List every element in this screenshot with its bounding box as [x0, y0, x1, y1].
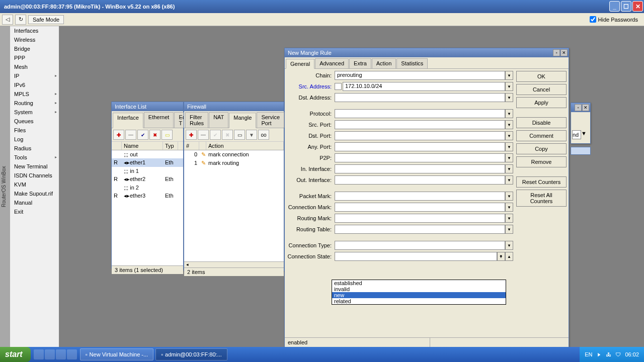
menu-item-ipv6[interactable]: IPv6: [10, 80, 59, 89]
tab-general[interactable]: General: [286, 59, 314, 69]
input-route_mark[interactable]: [335, 214, 505, 223]
fw-col-num[interactable]: #: [184, 142, 199, 150]
reset-all-counters-button[interactable]: Reset All Counters: [516, 190, 567, 207]
dialog-restore-icon[interactable]: ▫: [553, 49, 560, 56]
tray-vol-icon[interactable]: 🕨: [596, 351, 602, 357]
tab-nat[interactable]: NAT: [209, 112, 228, 128]
table-row[interactable]: ;;; in 2: [112, 184, 183, 192]
ql-ie-icon[interactable]: [45, 349, 55, 359]
close-button[interactable]: ✕: [632, 1, 643, 12]
col-type[interactable]: Typ: [163, 142, 178, 150]
tray-lang[interactable]: EN: [585, 351, 592, 357]
menu-item-tools[interactable]: Tools▸: [10, 153, 59, 162]
menu-item-interfaces[interactable]: Interfaces: [10, 26, 59, 35]
menu-item-radius[interactable]: Radius: [10, 144, 59, 153]
input-route_tbl[interactable]: [335, 225, 505, 234]
fw-add-button[interactable]: ✚: [186, 130, 197, 140]
menu-item-exit[interactable]: Exit: [10, 207, 59, 216]
back-button[interactable]: ◁: [2, 15, 13, 25]
task-vm[interactable]: ▫New Virtual Machine -...: [80, 348, 153, 360]
dropdown-dst_port[interactable]: ▼: [505, 131, 513, 140]
bg-restore-icon[interactable]: ▫: [575, 104, 582, 111]
dropdown-route_tbl[interactable]: ▼: [505, 225, 513, 234]
disable-button[interactable]: ✖: [149, 130, 160, 140]
src-addr-invert-checkbox[interactable]: [335, 83, 342, 90]
input-any_port[interactable]: [335, 142, 505, 151]
firewall-title[interactable]: Firewall: [184, 102, 284, 111]
dropdown-out_if[interactable]: ▼: [505, 175, 513, 185]
input-p2p[interactable]: [335, 153, 505, 162]
menu-item-kvm[interactable]: KVM: [10, 180, 59, 189]
dropdown-conn_state[interactable]: ▲: [505, 252, 513, 261]
hide-passwords-toggle[interactable]: Hide Passwords: [590, 16, 642, 23]
enable-button[interactable]: ✔: [137, 130, 148, 140]
option-new[interactable]: new: [332, 292, 506, 298]
menu-item-queues[interactable]: Queues: [10, 117, 59, 126]
apply-button[interactable]: Apply: [516, 97, 567, 108]
dropdown-p2p[interactable]: ▼: [505, 153, 513, 162]
safe-mode-button[interactable]: Safe Mode: [28, 15, 64, 24]
col-flag[interactable]: [112, 142, 122, 150]
dropdown-src_port[interactable]: ▼: [505, 120, 513, 129]
bg-close-icon[interactable]: ✕: [582, 104, 589, 111]
menu-item-mpls[interactable]: MPLS▸: [10, 89, 59, 99]
remove-button[interactable]: —: [125, 130, 136, 140]
table-row[interactable]: R◂▸ether1Eth: [112, 158, 183, 167]
tab-statistics[interactable]: Statistics: [396, 58, 428, 68]
tab-interface[interactable]: Interface: [113, 113, 143, 128]
dropdown-src_addr[interactable]: ▼: [505, 82, 513, 91]
menu-item-routing[interactable]: Routing▸: [10, 99, 59, 108]
tray-shield-icon[interactable]: 🛡: [615, 351, 621, 357]
dropdown-any_port[interactable]: ▼: [505, 142, 513, 151]
fw-remove-button[interactable]: —: [198, 130, 209, 140]
menu-item-isdn-channels[interactable]: ISDN Channels: [10, 171, 59, 180]
ql-desktop-icon[interactable]: [34, 349, 44, 359]
input-out_if[interactable]: [335, 175, 505, 185]
table-row[interactable]: R◂▸ether2Eth: [112, 175, 183, 184]
fw-enable-button[interactable]: ✔: [210, 130, 221, 140]
tab-filter-rules[interactable]: Filter Rules: [185, 112, 208, 128]
find-dd-fragment[interactable]: ▼: [581, 130, 587, 139]
menu-item-log[interactable]: Log: [10, 135, 59, 144]
menu-item-bridge[interactable]: Bridge: [10, 44, 59, 53]
ql-explorer-icon[interactable]: [67, 349, 77, 359]
option-established[interactable]: established: [332, 280, 506, 286]
tab-ethernet[interactable]: Ethernet: [144, 112, 174, 128]
dropdown-dst_addr[interactable]: ▼: [505, 93, 513, 102]
reset-counters-button[interactable]: Reset Counters: [516, 176, 567, 188]
menu-item-manual[interactable]: Manual: [10, 198, 59, 207]
fw-filter-button[interactable]: ▼: [246, 130, 257, 140]
maximize-button[interactable]: ☐: [621, 1, 631, 12]
table-row[interactable]: 1✎mark routing: [184, 159, 284, 167]
input-dst_port[interactable]: [335, 131, 505, 140]
input-src_port[interactable]: [335, 120, 505, 129]
input-protocol[interactable]: [335, 109, 505, 118]
input-in_if[interactable]: [335, 164, 505, 173]
dropdown-in_if[interactable]: ▼: [505, 164, 513, 173]
menu-item-system[interactable]: System▸: [10, 108, 59, 117]
dropdown-pkt_mark[interactable]: ▼: [505, 192, 513, 201]
cancel-button[interactable]: Cancel: [516, 84, 567, 95]
menu-item-new-terminal[interactable]: New Terminal: [10, 162, 59, 171]
dropdown-route_mark[interactable]: ▼: [505, 214, 513, 223]
ok-button[interactable]: OK: [516, 71, 567, 82]
tab-service-port[interactable]: Service Port: [257, 112, 284, 128]
comment-button[interactable]: Comment: [516, 130, 567, 141]
table-row[interactable]: ;;; out: [112, 150, 183, 158]
menu-item-files[interactable]: Files: [10, 126, 59, 135]
fw-counter-button[interactable]: oo: [258, 130, 269, 140]
input-conn_mark[interactable]: [335, 203, 505, 212]
dropdown-conn_type[interactable]: ▼: [505, 241, 513, 250]
menu-item-make-supout-rif[interactable]: Make Supout.rif: [10, 189, 59, 198]
start-button[interactable]: start: [0, 347, 31, 362]
connection-state-dropdown[interactable]: establishedinvalidnewrelated: [332, 280, 506, 305]
col-name[interactable]: Name: [122, 142, 163, 150]
find-input-fragment[interactable]: [572, 130, 581, 139]
hide-passwords-checkbox[interactable]: [590, 16, 596, 23]
input-dst_addr[interactable]: [335, 93, 505, 102]
option-invalid[interactable]: invalid: [332, 286, 506, 292]
menu-item-ip[interactable]: IP▸: [10, 71, 59, 80]
comment-button[interactable]: ▭: [162, 130, 173, 140]
menu-item-ppp[interactable]: PPP: [10, 53, 59, 62]
input-pkt_mark[interactable]: [335, 192, 505, 201]
